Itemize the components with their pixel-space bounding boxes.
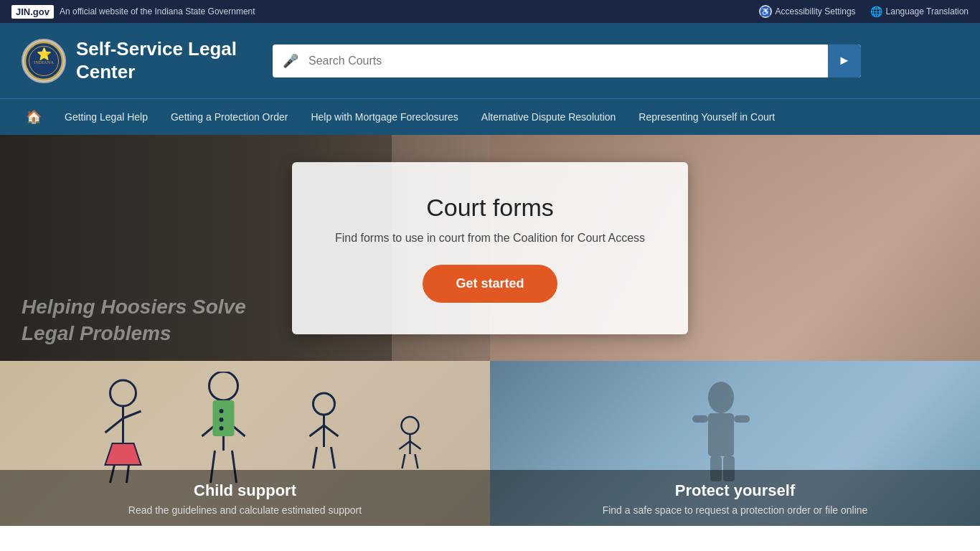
hero-bg-text: Helping Hoosiers Solve Legal Problems <box>22 294 246 347</box>
nav-mortgage-foreclosures[interactable]: Help with Mortgage Foreclosures <box>299 101 469 133</box>
svg-line-26 <box>331 447 335 468</box>
globe-icon: 🌐 <box>870 6 882 17</box>
svg-rect-35 <box>692 415 708 423</box>
protect-yourself-card[interactable]: Protect yourself Find a safe space to re… <box>490 361 980 526</box>
hero-card-subtitle: Find forms to use in court from the Coal… <box>335 232 645 245</box>
svg-line-7 <box>123 411 141 418</box>
svg-line-31 <box>402 454 405 468</box>
svg-line-30 <box>410 441 421 449</box>
svg-point-18 <box>220 426 224 430</box>
seal-svg: INDIANA ⭐ <box>24 41 64 81</box>
site-logo[interactable]: INDIANA ⭐ Self-Service Legal Center <box>22 38 237 83</box>
protect-yourself-desc: Find a safe space to request a protectio… <box>504 504 966 516</box>
nav-representing-yourself[interactable]: Representing Yourself in Court <box>627 101 786 133</box>
accessibility-settings-link[interactable]: ♿ Accessibility Settings <box>759 5 856 18</box>
child-support-card[interactable]: Child support Read the guidelines and ca… <box>0 361 490 526</box>
hero-card: Court forms Find forms to use in court f… <box>292 162 688 334</box>
cards-section: Child support Read the guidelines and ca… <box>0 361 980 526</box>
child-support-overlay: Child support Read the guidelines and ca… <box>0 470 490 526</box>
top-bar: JIN.gov An official website of the India… <box>0 0 980 23</box>
svg-rect-34 <box>708 413 734 456</box>
protect-yourself-title: Protect yourself <box>504 481 966 500</box>
svg-point-33 <box>708 382 734 413</box>
stick-figures-svg <box>0 372 490 486</box>
svg-line-24 <box>324 425 339 436</box>
child-support-title: Child support <box>14 481 476 500</box>
search-bar[interactable]: 🎤 ► <box>273 44 861 77</box>
search-button[interactable]: ► <box>828 44 861 77</box>
top-bar-right: ♿ Accessibility Settings 🌐 Language Tran… <box>759 5 969 18</box>
site-title: Self-Service Legal Center <box>76 38 237 83</box>
svg-line-32 <box>415 454 418 468</box>
main-nav: 🏠 Getting Legal Help Getting a Protectio… <box>0 98 980 135</box>
svg-point-16 <box>220 409 224 413</box>
svg-point-11 <box>209 372 238 400</box>
indiana-seal: INDIANA ⭐ <box>22 39 66 83</box>
hero-section: Helping Hoosiers Solve Legal Problems Co… <box>0 135 980 361</box>
nav-home[interactable]: 🏠 <box>14 99 53 135</box>
svg-rect-15 <box>213 400 235 436</box>
nav-alternative-dispute[interactable]: Alternative Dispute Resolution <box>470 101 628 133</box>
svg-line-25 <box>314 447 317 468</box>
svg-marker-8 <box>105 443 141 465</box>
svg-rect-36 <box>734 415 750 423</box>
accessibility-icon: ♿ <box>759 5 772 18</box>
svg-line-23 <box>310 425 324 436</box>
svg-line-6 <box>105 418 123 433</box>
nav-getting-legal-help[interactable]: Getting Legal Help <box>53 101 159 133</box>
top-bar-left: JIN.gov An official website of the India… <box>11 5 255 19</box>
get-started-button[interactable]: Get started <box>423 265 557 303</box>
header: INDIANA ⭐ Self-Service Legal Center 🎤 ► <box>0 23 980 98</box>
search-input[interactable] <box>308 44 828 77</box>
child-support-desc: Read the guidelines and calculate estima… <box>14 504 476 516</box>
jin-logo: JIN.gov <box>11 5 54 19</box>
svg-line-29 <box>400 441 410 449</box>
svg-point-27 <box>402 417 419 434</box>
official-text: An official website of the Indiana State… <box>60 6 255 17</box>
protect-yourself-overlay: Protect yourself Find a safe space to re… <box>490 470 980 526</box>
nav-getting-protection-order[interactable]: Getting a Protection Order <box>159 101 299 133</box>
silhouette-svg <box>664 376 807 484</box>
svg-point-21 <box>314 393 335 415</box>
mic-icon[interactable]: 🎤 <box>273 53 308 69</box>
svg-point-4 <box>110 380 136 406</box>
svg-text:⭐: ⭐ <box>37 47 52 62</box>
language-translation-link[interactable]: 🌐 Language Translation <box>870 6 969 17</box>
svg-point-17 <box>220 418 224 422</box>
hero-card-title: Court forms <box>335 194 645 222</box>
